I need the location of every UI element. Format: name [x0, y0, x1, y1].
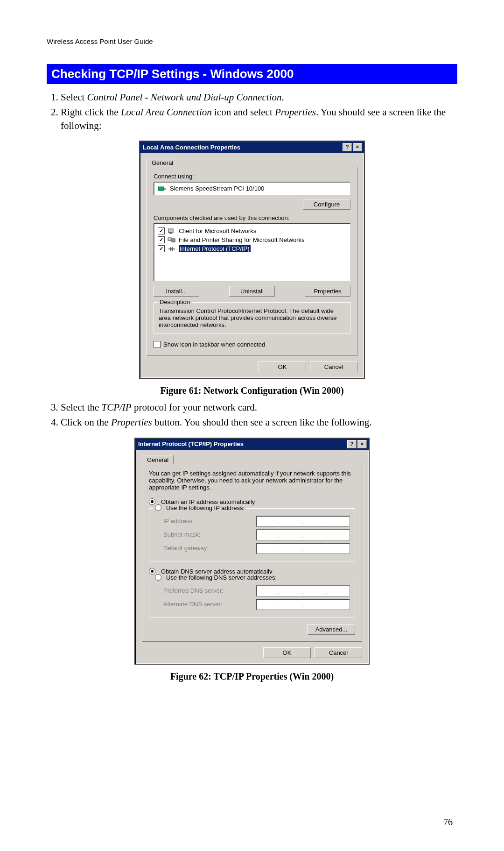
svg-point-6 — [171, 248, 173, 250]
show-icon-label: Show icon in taskbar when connected — [163, 341, 265, 348]
adapter-field: Siemens SpeedStream PCI 10/100 — [154, 182, 350, 195]
running-header: Wireless Access Point User Guide — [47, 37, 457, 45]
configure-button[interactable]: Configure — [303, 199, 350, 210]
step-4: Click on the Properties button. You shou… — [61, 416, 457, 429]
help-button[interactable]: ? — [347, 440, 357, 448]
nic-icon — [158, 185, 166, 192]
protocol-icon — [168, 246, 176, 252]
step4-em: Properties — [111, 417, 152, 428]
use-ip-group: Use the following IP address: IP address… — [149, 508, 355, 561]
connect-using-label: Connect using: — [154, 173, 350, 180]
subnet-mask-field[interactable]: ... — [256, 529, 350, 540]
component-label: File and Printer Sharing for Microsoft N… — [179, 236, 304, 243]
local-area-connection-properties-dialog: Local Area Connection Properties ? × Gen… — [139, 141, 365, 379]
step4-pre: Click on the — [61, 417, 111, 428]
radio-icon[interactable] — [155, 574, 161, 581]
step2-em1: Local Area Connection — [121, 106, 212, 118]
step3-post: protocol for your network card. — [132, 402, 257, 413]
alternate-dns-label: Alternate DNS server: — [163, 601, 222, 608]
sharing-icon — [168, 237, 176, 243]
cancel-button[interactable]: Cancel — [310, 362, 357, 372]
description-group: Description Transmission Control Protoco… — [154, 302, 350, 333]
properties-button[interactable]: Properties — [305, 286, 350, 297]
checkbox-icon[interactable] — [154, 341, 161, 348]
page-number: 76 — [443, 817, 453, 828]
svg-rect-0 — [158, 187, 164, 191]
description-text: Transmission Control Protocol/Internet P… — [159, 307, 345, 328]
step2-pre: Right click the — [61, 106, 121, 118]
show-icon-row[interactable]: Show icon in taskbar when connected — [154, 340, 350, 349]
adapter-name: Siemens SpeedStream PCI 10/100 — [170, 185, 264, 192]
step2-em2: Properties — [275, 106, 316, 118]
install-button[interactable]: Install... — [154, 286, 199, 297]
ok-button[interactable]: OK — [259, 362, 306, 372]
titlebar: Local Area Connection Properties ? × — [140, 142, 364, 153]
dialog-title: Internet Protocol (TCP/IP) Properties — [138, 440, 244, 447]
checkbox-icon[interactable] — [158, 227, 165, 234]
client-icon — [168, 228, 176, 234]
alternate-dns-field[interactable]: ... — [256, 599, 350, 610]
svg-rect-2 — [168, 229, 173, 233]
component-label: Client for Microsoft Networks — [179, 227, 256, 234]
components-label: Components checked are used by this conn… — [154, 214, 350, 221]
close-button[interactable]: × — [357, 440, 367, 448]
step-3: Select the TCP/IP protocol for your netw… — [61, 401, 457, 414]
section-heading: Checking TCP/IP Settings - Windows 2000 — [47, 64, 457, 84]
step4-post: button. You should then see a screen lik… — [152, 417, 372, 428]
svg-rect-3 — [169, 233, 172, 234]
dialog-title: Local Area Connection Properties — [143, 144, 240, 151]
svg-rect-5 — [172, 239, 175, 242]
figure-61-caption: Figure 61: Network Configuration (Win 20… — [47, 385, 457, 396]
step1-em: Control Panel - Network and Dial-up Conn… — [87, 92, 282, 103]
svg-rect-1 — [164, 188, 166, 190]
help-button[interactable]: ? — [343, 143, 352, 151]
components-list[interactable]: Client for Microsoft Networks File and P… — [154, 223, 350, 281]
tab-general[interactable]: General — [147, 158, 178, 167]
ok-button[interactable]: OK — [263, 647, 311, 658]
ip-address-label: IP address: — [163, 518, 194, 525]
step1-post: . — [281, 92, 284, 103]
radio-use-ip-label[interactable]: Use the following IP address: — [166, 504, 245, 511]
use-dns-group: Use the following DNS server addresses: … — [149, 578, 355, 617]
component-label-selected: Internet Protocol (TCP/IP) — [179, 245, 251, 252]
preferred-dns-field[interactable]: ... — [256, 585, 350, 596]
checkbox-icon[interactable] — [158, 236, 165, 243]
step-1: Select Control Panel - Network and Dial-… — [61, 91, 457, 104]
tcpip-properties-dialog: Internet Protocol (TCP/IP) Properties ? … — [134, 438, 370, 665]
default-gateway-field[interactable]: ... — [256, 543, 350, 554]
tab-general[interactable]: General — [142, 455, 174, 464]
advanced-button[interactable]: Advanced... — [308, 624, 355, 635]
step3-em: TCP/IP — [101, 402, 131, 413]
preferred-dns-label: Preferred DNS server: — [163, 587, 224, 594]
component-file-printer-sharing[interactable]: File and Printer Sharing for Microsoft N… — [158, 235, 346, 244]
svg-rect-4 — [168, 238, 171, 241]
step3-pre: Select the — [61, 402, 101, 413]
checkbox-icon[interactable] — [158, 245, 165, 252]
step-2: Right click the Local Area Connection ic… — [61, 106, 457, 132]
radio-icon[interactable] — [155, 504, 161, 511]
close-button[interactable]: × — [353, 143, 362, 151]
intro-text: You can get IP settings assigned automat… — [149, 470, 355, 491]
ip-address-field[interactable]: ... — [256, 516, 350, 527]
step2-mid: icon and select — [212, 106, 275, 118]
default-gateway-label: Default gateway: — [163, 545, 209, 552]
figure-62-caption: Figure 62: TCP/IP Properties (Win 2000) — [47, 671, 457, 682]
radio-use-dns-label[interactable]: Use the following DNS server addresses: — [166, 574, 277, 581]
component-client-ms-networks[interactable]: Client for Microsoft Networks — [158, 227, 346, 235]
cancel-button[interactable]: Cancel — [315, 647, 362, 658]
step1-pre: Select — [61, 92, 87, 103]
titlebar: Internet Protocol (TCP/IP) Properties ? … — [135, 439, 369, 450]
uninstall-button[interactable]: Uninstall — [229, 286, 275, 297]
description-title: Description — [158, 298, 192, 305]
component-tcpip[interactable]: Internet Protocol (TCP/IP) — [158, 244, 346, 253]
subnet-mask-label: Subnet mask: — [163, 531, 201, 538]
